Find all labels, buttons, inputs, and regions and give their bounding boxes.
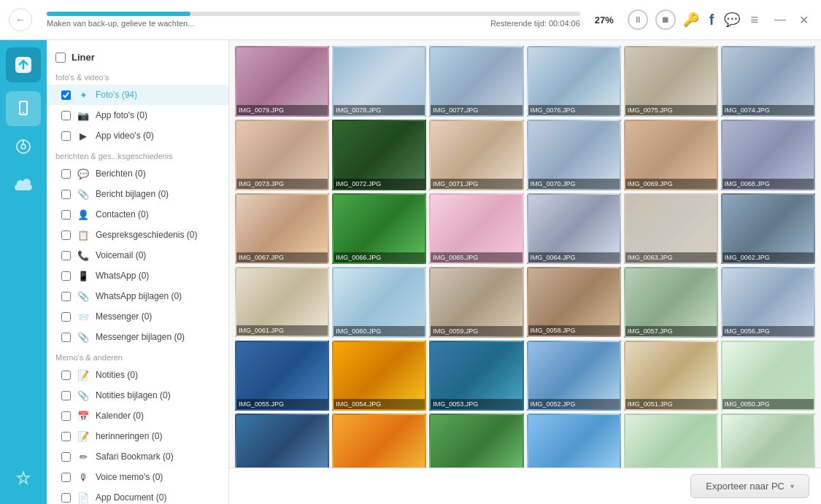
panel-item-berichten[interactable]: 💬 Berichten (0) — [47, 163, 228, 184]
photo-cell-15[interactable]: IMG_0065.JPG — [429, 193, 523, 264]
panel-item-contacten[interactable]: 👤 Contacten (0) — [47, 204, 228, 225]
photo-cell-2[interactable]: IMG_0078.JPG — [332, 46, 426, 117]
key-icon[interactable]: 🔑 — [683, 12, 699, 28]
photo-cell-28[interactable]: IMG_0052.JPG — [527, 341, 621, 411]
sidebar-item-cloud[interactable] — [6, 167, 41, 202]
panel-item-safari[interactable]: ✏ Safari Bookmark (0) — [47, 446, 228, 467]
photo-cell-16[interactable]: IMG_0064.JPG — [527, 193, 621, 264]
kalender-checkbox[interactable] — [61, 411, 71, 421]
panel-item-herinneringen[interactable]: 📝 herinneringen (0) — [47, 426, 228, 446]
notities-bijlagen-checkbox[interactable] — [61, 391, 71, 400]
remaining-text: Resterende tijd: 00:04:06 — [490, 19, 580, 28]
photo-cell-30[interactable]: IMG_0050.JPG — [721, 341, 815, 411]
whatsapp-bijlagen-checkbox[interactable] — [61, 292, 71, 301]
panel-item-kalender[interactable]: 📅 Kalender (0) — [47, 406, 228, 426]
whatsapp-bijlagen-icon: 📎 — [77, 290, 90, 303]
panel-item-voicemail[interactable]: 📞 Voicemail (0) — [47, 245, 228, 265]
photo-cell-36[interactable]: IMG_0044.JPG — [721, 414, 815, 468]
photo-cell-5[interactable]: IMG_0075.JPG — [624, 46, 718, 117]
app-videos-checkbox[interactable] — [61, 131, 71, 141]
photo-cell-9[interactable]: IMG_0071.JPG — [429, 120, 523, 190]
panel-item-bericht-bijlagen[interactable]: 📎 Bericht bijlagen (0) — [47, 184, 228, 204]
photo-cell-26[interactable]: IMG_0054.JPG — [332, 341, 426, 411]
contacten-checkbox[interactable] — [61, 210, 71, 220]
facebook-icon[interactable]: f — [709, 12, 714, 28]
photo-cell-8[interactable]: IMG_0072.JPG — [332, 120, 426, 190]
panel-item-gespreksgeschiedenis[interactable]: 📋 Gespreksgeschiedenis (0) — [47, 225, 228, 245]
close-button[interactable]: ✕ — [795, 11, 812, 28]
photo-cell-14[interactable]: IMG_0066.JPG — [332, 193, 426, 264]
messenger-bijlagen-checkbox[interactable] — [61, 333, 71, 342]
photo-cell-10[interactable]: IMG_0070.JPG — [527, 120, 621, 190]
panel-item-notities-bijlagen[interactable]: 📎 Notities bijlagen (0) — [47, 385, 228, 406]
photo-cell-3[interactable]: IMG_0077.JPG — [429, 46, 523, 117]
panel-item-app-fotos[interactable]: 📷 App foto's (0) — [47, 105, 228, 125]
logo-button[interactable] — [6, 47, 41, 82]
photo-cell-1[interactable]: IMG_0079.JPG — [235, 46, 329, 117]
photo-cell-24[interactable]: IMG_0056.JPG — [721, 267, 815, 338]
panel-item-notities[interactable]: 📝 Notities (0) — [47, 365, 228, 385]
photo-cell-33[interactable]: IMG_0047.JPG — [429, 414, 523, 468]
photo-cell-13[interactable]: IMG_0067.JPG — [235, 193, 329, 264]
photo-cell-22[interactable]: IMG_0058.JPG — [527, 267, 621, 338]
app-fotos-label: App foto's (0) — [96, 110, 220, 120]
whatsapp-bijlagen-label: WhatsApp bijlagen (0) — [96, 291, 220, 301]
menu-icon[interactable]: ≡ — [750, 12, 758, 28]
chat-icon[interactable]: 💬 — [724, 12, 740, 28]
herinneringen-label: herinneringen (0) — [96, 431, 220, 441]
panel-item-whatsapp-bijlagen[interactable]: 📎 WhatsApp bijlagen (0) — [47, 286, 228, 306]
photo-cell-27[interactable]: IMG_0053.JPG — [429, 341, 523, 411]
sidebar-item-tools[interactable] — [6, 462, 41, 497]
photo-cell-31[interactable]: IMG_0049.JPG — [235, 414, 329, 468]
bericht-bijlagen-checkbox[interactable] — [61, 190, 71, 199]
whatsapp-checkbox[interactable] — [61, 271, 71, 281]
panel-item-messenger[interactable]: 📨 Messenger (0) — [47, 306, 228, 327]
voice-memos-checkbox[interactable] — [61, 473, 71, 482]
app-document-checkbox[interactable] — [61, 493, 71, 503]
back-button[interactable]: ← — [9, 8, 32, 31]
panel-item-app-videos[interactable]: ▶ App video's (0) — [47, 125, 228, 146]
panel-item-voice-memos[interactable]: 🎙 Voice memo's (0) — [47, 467, 228, 487]
gespreksgeschiedenis-checkbox[interactable] — [61, 230, 71, 240]
fotos-icon: ✦ — [77, 88, 90, 101]
photo-cell-23[interactable]: IMG_0057.JPG — [624, 267, 718, 338]
voicemail-checkbox[interactable] — [61, 251, 71, 260]
panel-item-messenger-bijlagen[interactable]: 📎 Messenger bijlagen (0) — [47, 327, 228, 347]
safari-checkbox[interactable] — [61, 452, 71, 462]
photo-cell-34[interactable]: IMG_0046.JPG — [527, 414, 621, 468]
app-fotos-checkbox[interactable] — [61, 111, 71, 120]
panel-item-whatsapp[interactable]: 📱 WhatsApp (0) — [47, 265, 228, 286]
sidebar-item-mobile[interactable] — [6, 91, 41, 126]
notities-checkbox[interactable] — [61, 371, 71, 380]
minimize-button[interactable]: — — [771, 11, 789, 28]
sidebar-item-music[interactable] — [6, 129, 41, 164]
photo-cell-19[interactable]: IMG_0061.JPG — [235, 267, 329, 338]
fotos-checkbox[interactable] — [61, 90, 71, 100]
panel-item-fotos[interactable]: ✦ Foto's (94) — [47, 85, 228, 105]
herinneringen-checkbox[interactable] — [61, 432, 71, 441]
messenger-label: Messenger (0) — [96, 311, 220, 322]
berichten-checkbox[interactable] — [61, 169, 71, 179]
photo-cell-17[interactable]: IMG_0063.JPG — [624, 193, 718, 264]
pause-button[interactable]: ⏸ — [628, 9, 648, 30]
photo-cell-6[interactable]: IMG_0074.JPG — [721, 46, 815, 117]
photo-cell-4[interactable]: IMG_0076.JPG — [527, 46, 621, 117]
photo-cell-35[interactable]: IMG_0045.JPG — [624, 414, 718, 468]
messenger-checkbox[interactable] — [61, 312, 71, 322]
photo-cell-29[interactable]: IMG_0051.JPG — [624, 341, 718, 411]
photo-cell-25[interactable]: IMG_0055.JPG — [235, 341, 329, 411]
photo-cell-7[interactable]: IMG_0073.JPG — [235, 120, 329, 190]
photo-label-15: IMG_0065.JPG — [431, 252, 522, 263]
photo-cell-11[interactable]: IMG_0069.JPG — [624, 120, 718, 190]
photo-label-8: IMG_0072.JPG — [334, 179, 425, 189]
photo-cell-12[interactable]: IMG_0068.JPG — [721, 120, 815, 190]
photo-cell-20[interactable]: IMG_0060.JPG — [332, 267, 426, 338]
panel-header-checkbox[interactable] — [55, 53, 66, 63]
stop-button[interactable]: ⏹ — [655, 9, 676, 30]
photo-cell-32[interactable]: IMG_0048.JPG — [332, 414, 426, 468]
photo-cell-21[interactable]: IMG_0059.JPG — [429, 267, 523, 338]
photo-label-3: IMG_0077.JPG — [431, 105, 522, 115]
export-button[interactable]: Exporteer naar PC ▾ — [690, 474, 809, 498]
panel-item-app-document[interactable]: 📄 App Document (0) — [47, 487, 228, 504]
photo-cell-18[interactable]: IMG_0062.JPG — [721, 193, 815, 264]
